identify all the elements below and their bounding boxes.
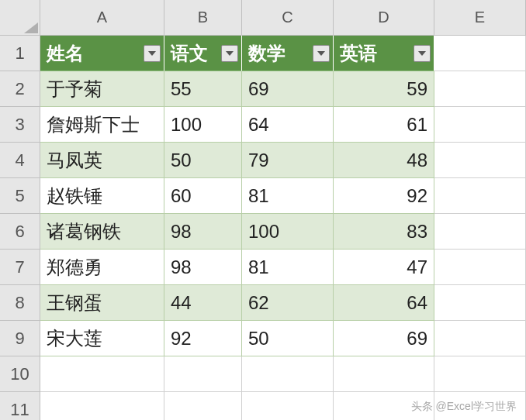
chevron-down-icon [226, 51, 234, 56]
col-header-a[interactable]: A [40, 0, 164, 36]
cell-c11[interactable] [242, 392, 334, 420]
cell-name[interactable]: 宋大莲 [40, 321, 164, 356]
cell-english[interactable]: 59 [334, 71, 434, 107]
cell-b10[interactable] [164, 356, 242, 392]
row-header-2[interactable]: 2 [0, 71, 40, 107]
svg-marker-3 [418, 51, 426, 56]
cell-english[interactable]: 61 [334, 107, 434, 143]
svg-marker-2 [317, 51, 325, 56]
cell-a11[interactable] [40, 392, 164, 420]
watermark-text: 头条 @Excel学习世界 [411, 400, 517, 414]
cell-math[interactable]: 100 [242, 214, 334, 250]
cell-e2[interactable] [434, 71, 526, 107]
cell-name[interactable]: 詹姆斯下士 [40, 107, 164, 143]
cell-e7[interactable] [434, 250, 526, 285]
cell-name[interactable]: 马凤英 [40, 143, 164, 178]
cell-chinese[interactable]: 44 [164, 285, 242, 321]
table-header-label: 英语 [340, 41, 377, 66]
spreadsheet-grid: A B C D E 1 姓名 语文 数学 英语 2 于予菊 55 69 59 3… [0, 0, 526, 420]
cell-a10[interactable] [40, 356, 164, 392]
table-header-english[interactable]: 英语 [334, 36, 434, 71]
row-header-6[interactable]: 6 [0, 214, 40, 250]
cell-chinese[interactable]: 60 [164, 178, 242, 214]
row-header-11[interactable]: 11 [0, 392, 40, 420]
cell-c10[interactable] [242, 356, 334, 392]
table-header-label: 语文 [171, 41, 208, 66]
cell-math[interactable]: 79 [242, 143, 334, 178]
chevron-down-icon [148, 51, 156, 56]
row-header-3[interactable]: 3 [0, 107, 40, 143]
col-header-b[interactable]: B [164, 0, 242, 36]
cell-e3[interactable] [434, 107, 526, 143]
cell-math[interactable]: 81 [242, 250, 334, 285]
select-all-corner[interactable] [0, 0, 40, 36]
cell-english[interactable]: 64 [334, 285, 434, 321]
cell-name[interactable]: 赵铁锤 [40, 178, 164, 214]
row-header-9[interactable]: 9 [0, 321, 40, 356]
cell-english[interactable]: 83 [334, 214, 434, 250]
cell-name[interactable]: 诸葛钢铁 [40, 214, 164, 250]
table-header-label: 数学 [248, 41, 285, 66]
cell-e9[interactable] [434, 321, 526, 356]
cell-math[interactable]: 81 [242, 178, 334, 214]
cell-english[interactable]: 48 [334, 143, 434, 178]
row-header-1[interactable]: 1 [0, 36, 40, 71]
cell-math[interactable]: 50 [242, 321, 334, 356]
table-header-label: 姓名 [47, 41, 84, 66]
cell-e1[interactable] [434, 36, 526, 71]
cell-math[interactable]: 64 [242, 107, 334, 143]
cell-chinese[interactable]: 55 [164, 71, 242, 107]
filter-button-english[interactable] [414, 45, 431, 62]
cell-chinese[interactable]: 50 [164, 143, 242, 178]
row-header-8[interactable]: 8 [0, 285, 40, 321]
cell-english[interactable]: 47 [334, 250, 434, 285]
table-header-chinese[interactable]: 语文 [164, 36, 242, 71]
cell-chinese[interactable]: 100 [164, 107, 242, 143]
col-header-e[interactable]: E [434, 0, 526, 36]
filter-button-name[interactable] [144, 45, 161, 62]
cell-e4[interactable] [434, 143, 526, 178]
svg-marker-0 [148, 51, 156, 56]
cell-chinese[interactable]: 98 [164, 214, 242, 250]
row-header-10[interactable]: 10 [0, 356, 40, 392]
cell-e6[interactable] [434, 214, 526, 250]
chevron-down-icon [317, 51, 325, 56]
cell-math[interactable]: 69 [242, 71, 334, 107]
cell-chinese[interactable]: 92 [164, 321, 242, 356]
cell-name[interactable]: 于予菊 [40, 71, 164, 107]
cell-english[interactable]: 69 [334, 321, 434, 356]
cell-chinese[interactable]: 98 [164, 250, 242, 285]
col-header-c[interactable]: C [242, 0, 334, 36]
col-header-d[interactable]: D [334, 0, 434, 36]
cell-name[interactable]: 王钢蛋 [40, 285, 164, 321]
cell-e10[interactable] [434, 356, 526, 392]
filter-button-chinese[interactable] [221, 45, 238, 62]
table-header-math[interactable]: 数学 [242, 36, 334, 71]
cell-english[interactable]: 92 [334, 178, 434, 214]
filter-button-math[interactable] [313, 45, 330, 62]
cell-b11[interactable] [164, 392, 242, 420]
cell-e8[interactable] [434, 285, 526, 321]
row-header-4[interactable]: 4 [0, 143, 40, 178]
cell-math[interactable]: 62 [242, 285, 334, 321]
row-header-5[interactable]: 5 [0, 178, 40, 214]
chevron-down-icon [418, 51, 426, 56]
cell-d10[interactable] [334, 356, 434, 392]
row-header-7[interactable]: 7 [0, 250, 40, 285]
svg-marker-1 [226, 51, 234, 56]
table-header-name[interactable]: 姓名 [40, 36, 164, 71]
cell-e5[interactable] [434, 178, 526, 214]
cell-name[interactable]: 郑德勇 [40, 250, 164, 285]
